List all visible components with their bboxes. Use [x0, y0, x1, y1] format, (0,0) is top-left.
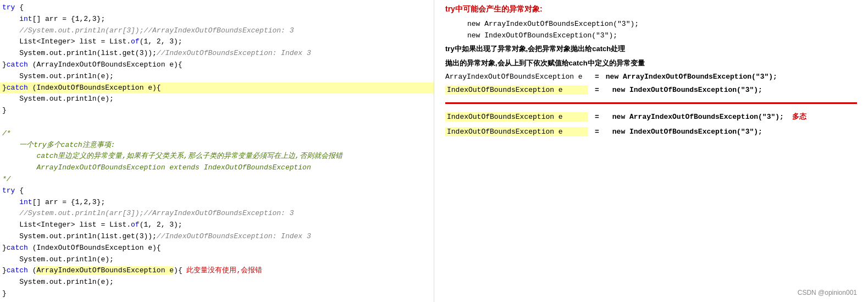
rp-var-2: IndexOutOfBoundsException e — [445, 85, 588, 95]
rp-val-3: new ArrayIndexOutOfBoundsException("3");… — [612, 112, 807, 122]
right-panel-title: try中可能会产生的异常对象: — [445, 4, 857, 14]
code-line-22: }catch (IndexOutOfBoundsException e){ — [0, 243, 434, 254]
rp-assignment-2: IndexOutOfBoundsException e = new IndexO… — [445, 85, 857, 95]
code-line-8: }catch (IndexOutOfBoundsException e){ — [0, 83, 434, 94]
rp-eq-2: = — [595, 86, 599, 94]
rp-val-1: new ArrayIndexOutOfBoundsException("3"); — [606, 73, 777, 81]
code-line-25: System.out.println(e); — [0, 277, 434, 288]
code-line-9: System.out.println(e); — [0, 94, 434, 105]
rp-eq-1: = — [595, 73, 599, 81]
code-line-7: System.out.println(e); — [0, 71, 434, 83]
code-line-16: */ — [0, 174, 434, 185]
watermark: CSDN @opinion001 — [798, 289, 857, 296]
code-line-4: List<Integer> list = List.of(1, 2, 3); — [0, 36, 434, 48]
rp-item-2: new IndexOutOfBoundsException("3"); — [467, 31, 857, 40]
code-line-18: int[] arr = {1,2,3}; — [0, 197, 434, 208]
rp-var-4: IndexOutOfBoundsException e — [445, 127, 588, 136]
rp-eq-3: = — [595, 113, 599, 121]
code-line-10: } — [0, 105, 434, 117]
code-line-12: /* — [0, 128, 434, 140]
polymorphism-label: 多态 — [792, 112, 806, 120]
code-line-2: int[] arr = {1,2,3}; — [0, 14, 434, 25]
rp-desc-1: try中如果出现了异常对象,会把异常对象抛出给catch处理 — [445, 44, 857, 54]
code-line-23: System.out.println(e); — [0, 254, 434, 266]
rp-val-2: new IndexOutOfBoundsException("3"); — [612, 86, 762, 94]
code-line-14: catch里边定义的异常变量,如果有子父类关系,那么子类的异常变量必须写在上边,… — [0, 151, 434, 162]
code-line-20: List<Integer> list = List.of(1, 2, 3); — [0, 219, 434, 231]
code-line-15: ArrayIndexOutOfBoundsException extends I… — [0, 162, 434, 174]
code-line-1: try { — [0, 2, 434, 14]
rp-assignment-3: IndexOutOfBoundsException e = new ArrayI… — [445, 112, 857, 122]
code-line-19: //System.out.println(arr[3]);//ArrayInde… — [0, 208, 434, 219]
rp-val-4: new IndexOutOfBoundsException("3"); — [612, 128, 762, 136]
code-line-17: try { — [0, 185, 434, 197]
left-panel: try { int[] arr = {1,2,3}; //System.out.… — [0, 0, 434, 302]
error-label: 此变量没有使用,会报错 — [186, 266, 262, 274]
code-line-5: System.out.println(list.get(3));//IndexO… — [0, 48, 434, 59]
code-line-6: }catch (ArrayIndexOutOfBoundsException e… — [0, 59, 434, 71]
section-divider — [445, 102, 857, 104]
rp-assignment-4: IndexOutOfBoundsException e = new IndexO… — [445, 127, 857, 136]
rp-var-1: ArrayIndexOutOfBoundsException e — [445, 73, 588, 81]
rp-item-1: new ArrayIndexOutOfBoundsException("3"); — [467, 20, 857, 28]
code-line-3: //System.out.println(arr[3]);//ArrayInde… — [0, 25, 434, 37]
code-line-13: 一个try多个catch注意事项: — [0, 140, 434, 151]
rp-eq-4: = — [595, 128, 599, 136]
rp-desc-2: 抛出的异常对象,会从上到下依次赋值给catch中定义的异常变量 — [445, 58, 857, 68]
code-line-21: System.out.println(list.get(3));//IndexO… — [0, 231, 434, 243]
rp-var-3: IndexOutOfBoundsException e — [445, 112, 588, 122]
code-line-24: }catch (ArrayIndexOutOfBoundsException e… — [0, 265, 434, 277]
code-line-11 — [0, 117, 434, 128]
rp-assignment-1: ArrayIndexOutOfBoundsException e = new A… — [445, 73, 857, 81]
right-panel: try中可能会产生的异常对象: new ArrayIndexOutOfBound… — [434, 0, 868, 302]
code-line-26: } — [0, 288, 434, 300]
